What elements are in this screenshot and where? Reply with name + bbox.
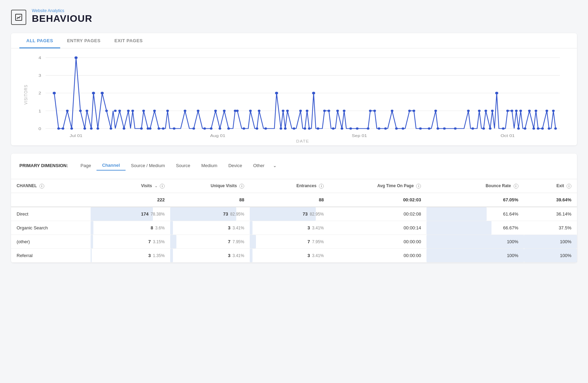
row-unique-visits: 73 82.95% [170, 207, 250, 221]
svg-point-87 [391, 110, 394, 112]
svg-point-37 [140, 127, 143, 129]
dim-option-source[interactable]: Source [171, 161, 196, 170]
svg-point-120 [552, 110, 555, 112]
svg-point-51 [214, 110, 217, 112]
svg-point-35 [127, 110, 130, 112]
svg-point-70 [306, 110, 309, 112]
svg-text:0: 0 [38, 126, 41, 131]
svg-point-53 [223, 110, 226, 112]
svg-point-36 [131, 110, 134, 112]
dimension-options: Page Channel Source / Medium Source Medi… [75, 161, 279, 171]
row-channel[interactable]: Referral [11, 249, 91, 263]
row-avg-time: 00:00:14 [329, 221, 426, 235]
total-row: 222 88 88 00:02:03 67.05% 39.64% [11, 193, 577, 207]
svg-text:1: 1 [38, 109, 41, 113]
dim-option-other[interactable]: Other [248, 161, 270, 170]
col-unique-visits: Unique Visits i [170, 179, 250, 193]
svg-point-101 [482, 127, 485, 129]
dim-option-channel[interactable]: Channel [97, 161, 125, 171]
unique-visits-info-icon[interactable]: i [239, 184, 244, 189]
tab-all-pages[interactable]: ALL PAGES [19, 33, 60, 48]
svg-point-100 [478, 110, 481, 112]
svg-text:4: 4 [38, 55, 41, 60]
svg-point-112 [524, 127, 526, 129]
svg-point-83 [369, 110, 372, 112]
total-bounce: 67.05% [426, 193, 524, 207]
svg-point-28 [97, 127, 99, 129]
svg-point-80 [349, 127, 352, 129]
svg-point-60 [258, 110, 260, 112]
svg-point-62 [275, 92, 278, 94]
row-avg-time: 00:02:08 [329, 207, 426, 221]
tab-entry-pages[interactable]: ENTRY PAGES [60, 33, 108, 48]
svg-point-115 [535, 110, 538, 112]
svg-point-110 [517, 127, 520, 129]
total-entrances: 88 [250, 193, 329, 207]
dim-more-button[interactable]: ⌄ [270, 161, 279, 170]
total-channel [11, 193, 91, 207]
svg-text:Oct 01: Oct 01 [500, 133, 515, 138]
avg-time-info-icon[interactable]: i [416, 184, 421, 189]
header-text: Website Analytics BEHAVIOUR [32, 8, 92, 24]
page-header: Website Analytics BEHAVIOUR [11, 8, 577, 25]
row-visits: 174 78.38% [91, 207, 170, 221]
dimension-row: PRIMARY DIMENSION: Page Channel Source /… [19, 161, 569, 175]
svg-point-92 [419, 127, 422, 129]
tab-exit-pages[interactable]: EXIT PAGES [108, 33, 150, 48]
svg-point-85 [378, 127, 380, 129]
svg-point-17 [53, 92, 56, 94]
svg-rect-0 [16, 14, 22, 20]
svg-point-117 [541, 127, 544, 129]
dim-option-page[interactable]: Page [75, 161, 97, 170]
svg-point-50 [210, 127, 213, 129]
svg-point-93 [428, 127, 431, 129]
svg-point-116 [537, 127, 540, 129]
svg-point-102 [485, 110, 487, 112]
table-card: PRIMARY DIMENSION: Page Channel Source /… [11, 154, 577, 263]
data-table-section: CHANNEL i Visits ⌄ i Unique Visits i Ent… [11, 179, 577, 263]
svg-point-45 [173, 127, 176, 129]
row-entrances: 73 82.95% [250, 207, 329, 221]
svg-point-54 [227, 127, 230, 129]
row-channel[interactable]: Organic Search [11, 221, 91, 235]
svg-point-108 [511, 110, 513, 112]
svg-point-103 [489, 127, 491, 129]
col-visits: Visits ⌄ i [91, 179, 170, 193]
row-unique-visits: 3 3.41% [170, 249, 250, 263]
svg-point-75 [328, 110, 330, 112]
svg-point-40 [149, 127, 151, 129]
svg-point-119 [548, 127, 551, 129]
svg-point-82 [367, 127, 369, 129]
col-avg-time: Avg Time On Page i [329, 179, 426, 193]
svg-point-109 [515, 110, 518, 112]
svg-point-94 [434, 110, 437, 112]
svg-point-46 [184, 110, 186, 112]
visits-info-icon[interactable]: i [160, 184, 165, 189]
bounce-rate-info-icon[interactable]: i [514, 184, 518, 189]
row-channel[interactable]: Direct [11, 207, 91, 221]
svg-point-20 [66, 110, 69, 112]
row-channel[interactable]: (other) [11, 235, 91, 249]
row-exit: 100% [524, 235, 577, 249]
table-row: Referral3 1.35%3 3.41%3 3.41%00:00:00100… [11, 249, 577, 263]
svg-point-81 [356, 127, 359, 129]
svg-point-33 [118, 110, 121, 112]
primary-dimension-section: PRIMARY DIMENSION: Page Channel Source /… [11, 154, 577, 179]
visits-sort-icon[interactable]: ⌄ [155, 184, 157, 188]
svg-point-59 [256, 127, 258, 129]
exit-info-icon[interactable]: i [567, 184, 571, 189]
total-unique: 88 [170, 193, 250, 207]
row-bounce-rate: 100% [426, 235, 524, 249]
col-exit: Exit i [524, 179, 577, 193]
channel-info-icon[interactable]: i [39, 184, 44, 189]
svg-text:VISITORS: VISITORS [23, 84, 28, 104]
dim-option-medium[interactable]: Medium [196, 161, 223, 170]
total-exit: 39.64% [524, 193, 577, 207]
svg-point-24 [83, 127, 86, 129]
svg-point-29 [101, 92, 104, 94]
dim-option-device[interactable]: Device [223, 161, 248, 170]
dim-option-source-medium[interactable]: Source / Medium [126, 161, 171, 170]
entrances-info-icon[interactable]: i [319, 184, 324, 189]
svg-point-78 [341, 127, 343, 129]
svg-point-34 [123, 127, 126, 129]
